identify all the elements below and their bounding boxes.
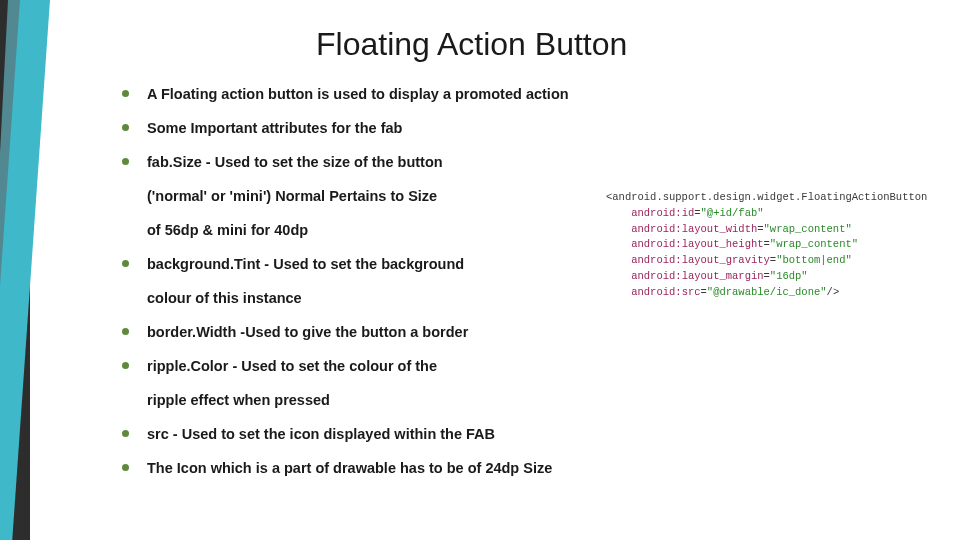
- list-item: Some Important attributes for the fab: [122, 118, 582, 139]
- bullet-subtext: ripple effect when pressed: [147, 390, 582, 411]
- page-title: Floating Action Button: [316, 26, 627, 63]
- list-item: border.Width -Used to give the button a …: [122, 322, 582, 343]
- bullet-icon: [122, 90, 129, 97]
- bullet-subtext: colour of this instance: [147, 288, 582, 309]
- bullet-text: The Icon which is a part of drawable has…: [147, 458, 552, 479]
- bullet-text: src - Used to set the icon displayed wit…: [147, 424, 495, 445]
- list-item: A Floating action button is used to disp…: [122, 84, 582, 105]
- list-item: background.Tint - Used to set the backgr…: [122, 254, 582, 275]
- list-item: ripple.Color - Used to set the colour of…: [122, 356, 582, 377]
- bullet-text: background.Tint - Used to set the backgr…: [147, 254, 464, 275]
- bullet-subtext: ('normal' or 'mini') Normal Pertains to …: [147, 186, 582, 207]
- bullet-subtext: of 56dp & mini for 40dp: [147, 220, 582, 241]
- bullet-text: Some Important attributes for the fab: [147, 118, 402, 139]
- bullet-icon: [122, 362, 129, 369]
- bullet-text: border.Width -Used to give the button a …: [147, 322, 468, 343]
- list-item: fab.Size - Used to set the size of the b…: [122, 152, 582, 173]
- bullet-icon: [122, 260, 129, 267]
- bullet-text: fab.Size - Used to set the size of the b…: [147, 152, 443, 173]
- list-item: src - Used to set the icon displayed wit…: [122, 424, 582, 445]
- bullet-text: A Floating action button is used to disp…: [147, 84, 569, 105]
- list-item: The Icon which is a part of drawable has…: [122, 458, 582, 479]
- bullet-icon: [122, 328, 129, 335]
- code-snippet: <android.support.design.widget.FloatingA…: [602, 188, 942, 302]
- bullet-icon: [122, 464, 129, 471]
- bullet-list: A Floating action button is used to disp…: [122, 84, 582, 492]
- bullet-icon: [122, 158, 129, 165]
- bullet-text: ripple.Color - Used to set the colour of…: [147, 356, 437, 377]
- accent-sidebar: [0, 0, 50, 540]
- bullet-icon: [122, 430, 129, 437]
- bullet-icon: [122, 124, 129, 131]
